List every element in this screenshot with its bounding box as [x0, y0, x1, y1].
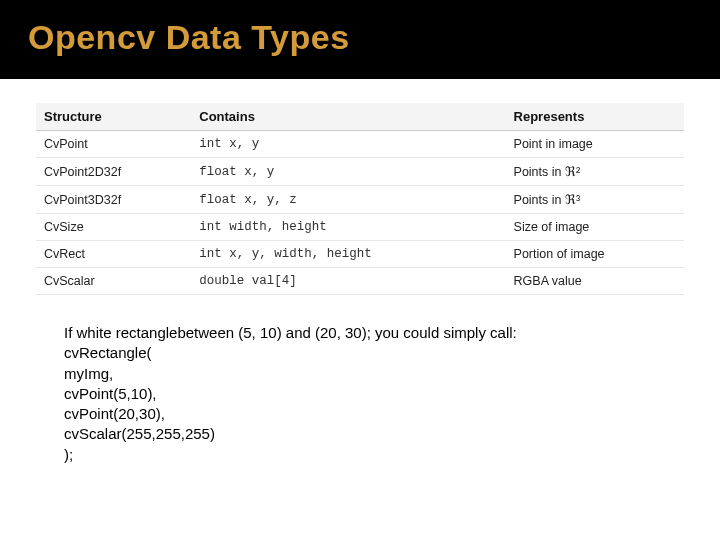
code-line: cvPoint(5,10), — [64, 384, 720, 404]
cell-repr: RGBA value — [506, 268, 684, 295]
cell-repr: Points in ℜ³ — [506, 186, 684, 214]
table-header-row: Structure Contains Represents — [36, 103, 684, 131]
cell-contains: float x, y, z — [191, 186, 505, 214]
cell-structure: CvPoint2D32f — [36, 158, 191, 186]
cell-contains: int x, y — [191, 131, 505, 158]
cell-contains: float x, y — [191, 158, 505, 186]
cell-repr: Point in image — [506, 131, 684, 158]
slide-title: Opencv Data Types — [0, 0, 720, 79]
code-line: cvRectangle( — [64, 343, 720, 363]
code-line: cvScalar(255,255,255) — [64, 424, 720, 444]
example-code: If white rectanglebetween (5, 10) and (2… — [64, 323, 720, 465]
cell-structure: CvPoint — [36, 131, 191, 158]
cell-structure: CvSize — [36, 214, 191, 241]
code-line: ); — [64, 445, 720, 465]
table-row: CvPoint2D32f float x, y Points in ℜ² — [36, 158, 684, 186]
table-row: CvRect int x, y, width, height Portion o… — [36, 241, 684, 268]
th-contains: Contains — [191, 103, 505, 131]
table-row: CvSize int width, height Size of image — [36, 214, 684, 241]
cell-repr: Portion of image — [506, 241, 684, 268]
datatypes-table-wrap: Structure Contains Represents CvPoint in… — [36, 103, 684, 295]
th-structure: Structure — [36, 103, 191, 131]
cell-structure: CvRect — [36, 241, 191, 268]
cell-structure: CvScalar — [36, 268, 191, 295]
cell-contains: int x, y, width, height — [191, 241, 505, 268]
cell-structure: CvPoint3D32f — [36, 186, 191, 214]
datatypes-table: Structure Contains Represents CvPoint in… — [36, 103, 684, 295]
cell-contains: double val[4] — [191, 268, 505, 295]
code-line: cvPoint(20,30), — [64, 404, 720, 424]
slide: Opencv Data Types Structure Contains Rep… — [0, 0, 720, 540]
code-line: If white rectanglebetween (5, 10) and (2… — [64, 323, 720, 343]
cell-repr: Size of image — [506, 214, 684, 241]
cell-repr: Points in ℜ² — [506, 158, 684, 186]
cell-contains: int width, height — [191, 214, 505, 241]
code-line: myImg, — [64, 364, 720, 384]
table-row: CvScalar double val[4] RGBA value — [36, 268, 684, 295]
th-represents: Represents — [506, 103, 684, 131]
table-row: CvPoint int x, y Point in image — [36, 131, 684, 158]
table-row: CvPoint3D32f float x, y, z Points in ℜ³ — [36, 186, 684, 214]
